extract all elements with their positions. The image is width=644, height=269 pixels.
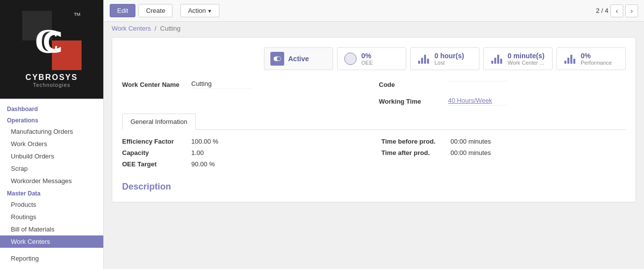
svg-rect-10 <box>497 55 499 64</box>
description-title: Description <box>122 182 626 192</box>
hours-label: Lost <box>434 60 464 66</box>
work-center-name-group: Work Center Name Cutting <box>122 80 369 89</box>
edit-button[interactable]: Edit <box>110 4 135 17</box>
breadcrumb-parent[interactable]: Work Centers <box>112 25 151 32</box>
section-master-data: Master Data <box>0 187 103 198</box>
stat-active: Active <box>264 47 333 70</box>
svg-text:C: C <box>35 22 60 60</box>
svg-rect-12 <box>564 61 566 64</box>
oee-text-group: 0% OEE <box>361 52 373 66</box>
sidebar-item-manufacturing-orders[interactable]: Manufacturing Orders <box>0 125 103 138</box>
active-value: Active <box>288 55 309 63</box>
minutes-bar-icon <box>490 52 504 66</box>
form-row-main: Work Center Name Cutting Code <box>122 80 626 89</box>
sidebar-item-work-centers[interactable]: Work Centers <box>0 235 103 248</box>
svg-rect-8 <box>491 61 493 64</box>
sidebar-item-products[interactable]: Products <box>0 198 103 211</box>
svg-rect-4 <box>418 61 420 64</box>
breadcrumb-separator: / <box>155 25 157 32</box>
work-center-name-value: Cutting <box>191 80 251 89</box>
tab-general-content: Efficiency Factor 100.00 % Capacity 1.00… <box>122 138 626 172</box>
capacity-value: 1.00 <box>191 149 204 156</box>
minutes-text-group: 0 minute(s) Work Center ... <box>508 52 545 66</box>
oee-label: OEE <box>361 60 373 66</box>
oee-target-row: OEE Target 90.00 % <box>122 160 367 168</box>
sidebar-item-bill-of-materials[interactable]: Bill of Materials <box>0 223 103 235</box>
topbar: Edit Create Action 2 / 4 ‹ › <box>104 0 644 22</box>
svg-rect-13 <box>567 58 569 64</box>
working-time-label: Working Time <box>379 97 443 105</box>
stat-minutes: 0 minute(s) Work Center ... <box>483 47 553 70</box>
time-before-label: Time before prod. <box>382 138 446 145</box>
performance-value: 0% <box>581 52 612 60</box>
page-info: 2 / 4 <box>596 7 608 14</box>
time-before-row: Time before prod. 00:00 minutes <box>382 138 626 145</box>
sidebar-item-work-orders[interactable]: Work Orders <box>0 138 103 150</box>
efficiency-factor-row: Efficiency Factor 100.00 % <box>122 138 367 145</box>
left-fields: Efficiency Factor 100.00 % Capacity 1.00… <box>122 138 367 172</box>
code-label: Code <box>379 80 443 88</box>
svg-rect-15 <box>573 59 575 64</box>
page-prev-button[interactable]: ‹ <box>610 4 623 17</box>
working-time-value[interactable]: 40 Hours/Week <box>448 97 508 106</box>
hours-text-group: 0 hour(s) Lost <box>434 52 464 66</box>
tabs-bar: General Information <box>122 114 626 130</box>
sidebar-item-workorder-messages[interactable]: Workorder Messages <box>0 175 103 187</box>
section-operations: Operations <box>0 114 103 125</box>
svg-rect-11 <box>500 59 502 64</box>
time-after-label: Time after prod. <box>382 149 446 156</box>
efficiency-factor-label: Efficiency Factor <box>122 138 186 145</box>
breadcrumb-current: Cutting <box>160 25 180 32</box>
performance-text-group: 0% Performance <box>581 52 612 66</box>
toggle-icon <box>273 54 282 63</box>
page-next-button[interactable]: › <box>625 4 638 17</box>
active-icon <box>270 52 284 66</box>
code-value <box>448 80 508 81</box>
logo-graphic: ᴄ TM C <box>22 11 82 70</box>
time-after-row: Time after prod. 00:00 minutes <box>382 149 626 156</box>
sidebar-item-unbuild-orders[interactable]: Unbuild Orders <box>0 150 103 162</box>
logo-svg: C <box>32 21 72 60</box>
pagination: 2 / 4 ‹ › <box>596 4 638 17</box>
active-text-group: Active <box>288 55 309 63</box>
action-button[interactable]: Action <box>180 4 219 17</box>
breadcrumb: Work Centers / Cutting <box>104 22 644 32</box>
svg-rect-6 <box>424 55 426 64</box>
oee-pie-icon <box>343 52 357 66</box>
time-before-value: 00:00 minutes <box>451 138 491 145</box>
svg-rect-7 <box>427 59 429 64</box>
right-fields: Time before prod. 00:00 minutes Time aft… <box>382 138 626 172</box>
create-button[interactable]: Create <box>138 4 172 17</box>
tab-general-information[interactable]: General Information <box>122 114 196 130</box>
sidebar-item-scrap[interactable]: Scrap <box>0 162 103 175</box>
svg-rect-5 <box>421 58 423 64</box>
stat-oee: 0% OEE <box>337 47 406 70</box>
sidebar-item-reporting[interactable]: Reporting <box>0 252 103 265</box>
stat-hours-lost: 0 hour(s) Lost <box>410 47 479 70</box>
efficiency-factor-value: 100.00 % <box>191 138 218 145</box>
performance-label: Performance <box>581 60 612 66</box>
svg-point-2 <box>277 57 281 61</box>
working-time-spacer <box>122 97 369 106</box>
oee-target-label: OEE Target <box>122 160 186 168</box>
minutes-label: Work Center ... <box>508 60 545 66</box>
brand-sub: Technologies <box>33 82 70 88</box>
hours-bar-icon <box>417 52 430 66</box>
logo-area: ᴄ TM C CYBROSYS Technologies <box>0 0 103 99</box>
main-area: Edit Create Action 2 / 4 ‹ › Work Center… <box>104 0 644 269</box>
logo-tm: TM <box>74 12 81 17</box>
content-area: Active 0% OEE <box>104 32 644 269</box>
stat-performance: 0% Performance <box>557 47 626 70</box>
sidebar: ᴄ TM C CYBROSYS Technologies Dashboard O… <box>0 0 104 269</box>
sidebar-item-routings[interactable]: Routings <box>0 211 103 223</box>
capacity-label: Capacity <box>122 149 186 156</box>
svg-rect-14 <box>570 55 572 64</box>
form-row-working-time: Working Time 40 Hours/Week <box>122 97 626 106</box>
working-time-group: Working Time 40 Hours/Week <box>379 97 626 106</box>
sidebar-nav: Dashboard Operations Manufacturing Order… <box>0 99 103 269</box>
time-after-value: 00:00 minutes <box>451 149 491 156</box>
section-dashboard: Dashboard <box>0 103 103 114</box>
oee-value: 0% <box>361 52 373 60</box>
code-group: Code <box>379 80 626 89</box>
oee-target-value: 90.00 % <box>191 160 215 168</box>
